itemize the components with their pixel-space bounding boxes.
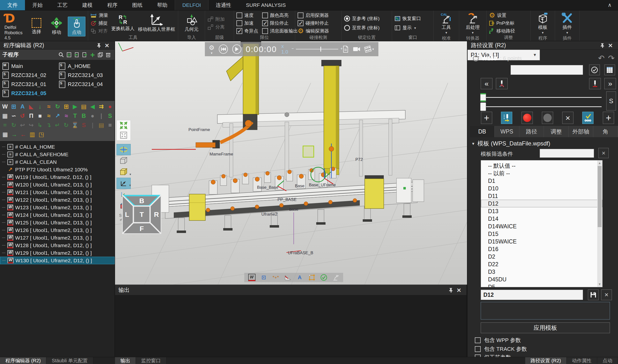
to-reference-radio-circle[interactable]	[344, 16, 350, 22]
subprogram-item[interactable]: M Main	[1, 62, 58, 71]
toolbar-icon[interactable]: ≈	[45, 112, 52, 119]
singularity-checkbox[interactable]: 奇异点	[236, 28, 258, 34]
bottom-tab[interactable]: 动作属性	[567, 357, 597, 364]
toolbar-icon[interactable]: T	[71, 112, 79, 119]
path-points-tool[interactable]: °∘°	[272, 274, 279, 281]
template-list-item[interactable]: D12	[481, 200, 602, 207]
collision-stop-checkbox-box[interactable]	[298, 20, 303, 26]
template-list-item[interactable]: D15	[481, 230, 602, 238]
move-robot-to-point-button[interactable]	[501, 112, 512, 124]
template-list-item[interactable]: D10	[481, 184, 602, 192]
bottom-tab[interactable]: 监控窗口	[136, 357, 166, 364]
toolbar-icon[interactable]: ⊞	[63, 103, 70, 110]
toolbar-icon[interactable]: |	[98, 112, 105, 119]
menu-item[interactable]: 文件	[0, 0, 25, 10]
scrollbar-thumb[interactable]	[598, 166, 602, 227]
pin-icon[interactable]	[95, 42, 103, 49]
toolbar-icon[interactable]: ⊞	[10, 103, 17, 110]
toolbar-icon[interactable]: ⇉	[98, 103, 105, 110]
menu-item[interactable]: 帮助	[150, 0, 175, 10]
toolbar-icon[interactable]: ↵	[54, 121, 61, 129]
template-list-item[interactable]: D3	[481, 268, 602, 275]
to-reference-radio[interactable]: 至参考 (坐标)	[344, 15, 380, 22]
process-params-only-checkbox-box[interactable]	[475, 354, 481, 357]
menu-item[interactable]: 连通性	[208, 0, 239, 10]
toolbar-icon[interactable]: ▤	[80, 103, 87, 110]
close-icon[interactable]: ×	[455, 287, 463, 294]
toolbar-icon[interactable]: ∽	[10, 112, 17, 119]
wireframe-cube-tool[interactable]	[116, 155, 131, 167]
toolbar-icon[interactable]: ≡	[107, 121, 114, 129]
to-world-radio-circle[interactable]	[344, 25, 350, 31]
check-reachability-tool[interactable]	[320, 274, 328, 281]
menu-item[interactable]: 程序	[100, 0, 125, 10]
template-section-header[interactable]: ▼ 模板 (WPS_DataFile.wpsdf)	[471, 140, 550, 147]
toolbar-icon[interactable]: ↴	[45, 121, 52, 129]
speed-slider-handle[interactable]	[320, 47, 321, 52]
template-name-input[interactable]	[481, 290, 583, 300]
slope-tool[interactable]	[284, 274, 291, 281]
confirm-button[interactable]	[589, 65, 600, 75]
subprogram-item[interactable]: S R2ZC3214_02	[1, 71, 58, 80]
export-program-icon[interactable]	[81, 51, 89, 58]
pin-icon[interactable]	[446, 287, 455, 294]
statement-row[interactable]: W121 [ Utool1, Uframe2, D13, () ]	[0, 188, 115, 196]
bottom-tab[interactable]: 点动	[597, 357, 618, 364]
template-list-item[interactable]: D2	[481, 253, 602, 260]
plugin-button[interactable]: 插件▼	[559, 12, 576, 35]
select-frame-tool[interactable]	[308, 274, 316, 281]
frame-tool[interactable]: ⊡	[260, 274, 268, 281]
menu-item[interactable]: 建模	[75, 0, 100, 10]
toolbar-icon[interactable]: ↗	[54, 112, 61, 119]
subprogram-item[interactable]: S A_HOME	[58, 62, 115, 71]
3d-viewport[interactable]: PointFrameMameFrameP72Base_BaseBaseBase_…	[115, 41, 467, 285]
navigation-cube[interactable]: B L T R F	[122, 195, 161, 234]
detach-button[interactable]: 分离	[207, 24, 225, 30]
template-list-item[interactable]: -- 默认值 --	[481, 162, 602, 169]
scroll-down-icon[interactable]: ▼	[597, 282, 602, 287]
template-list-item[interactable]: D14WAICE	[481, 222, 602, 230]
toolbar-icon[interactable]: ■	[37, 112, 43, 119]
bottom-tab[interactable]: 路径设置 (R2)	[525, 357, 567, 364]
toolbar-icon[interactable]: ↻	[63, 121, 70, 129]
statement-row[interactable]: PTP P72 Utool1 Uframe2 100%	[0, 166, 115, 173]
next-point-button[interactable]: »	[604, 78, 616, 89]
play-button[interactable]	[232, 44, 241, 54]
bottom-tab[interactable]: Stäubli 单元配置	[46, 357, 93, 364]
delete-point-button[interactable]: ×	[562, 112, 574, 124]
highlight-checkbox-box[interactable]	[262, 13, 268, 18]
fit-view-icon[interactable]	[120, 122, 127, 129]
add-subprogram-icon[interactable]: +	[89, 51, 96, 58]
rewind-button[interactable]	[219, 44, 228, 54]
close-icon[interactable]: ×	[606, 42, 615, 49]
menu-item[interactable]: 图纸	[125, 0, 150, 10]
move-robot-world-frame-button[interactable]: 移动机器人世界框	[137, 13, 176, 33]
menu-item[interactable]: 开始	[25, 0, 50, 10]
add-point-after-button[interactable]: +	[603, 112, 614, 124]
statement-row[interactable]: W124 [ Utool1, Uframe2, D13, () ]	[0, 211, 115, 219]
menu-item[interactable]: SURF ANALYSIS	[239, 0, 293, 10]
accel-checkbox[interactable]: 加速	[236, 20, 258, 26]
restore-window-button[interactable]: 恢复窗口	[395, 15, 421, 22]
statement-row[interactable]: W125 [ Utool1, Uframe2, D13, () ]	[0, 219, 115, 226]
point-position-slider[interactable]	[480, 106, 602, 107]
toolbar-icon[interactable]: B	[80, 112, 87, 119]
menu-item[interactable]: DELFOI	[175, 0, 208, 10]
jog-button[interactable]: 点动	[68, 17, 85, 36]
template-list-item[interactable]: D1	[481, 177, 602, 184]
menu-item[interactable]: 工艺	[50, 0, 75, 10]
point-comment-input[interactable]	[510, 65, 583, 75]
statement-row[interactable]: W126 [ Utool1, Uframe2, D13, () ]	[0, 226, 115, 234]
playback-settings-button[interactable]: ⚙▼	[209, 44, 214, 54]
settings-tab[interactable]: 外部轴	[569, 126, 593, 137]
toolbar-icon[interactable]: ←	[20, 131, 27, 138]
template-button[interactable]: 模板▼	[534, 12, 552, 35]
measure-button[interactable]: 测量	[91, 12, 108, 19]
toolbar-icon[interactable]: ◳	[38, 131, 45, 138]
measure-ellipse-tool[interactable]	[116, 144, 131, 155]
checklist-icon[interactable]	[65, 51, 73, 58]
settings-tab[interactable]: DB	[470, 126, 495, 137]
msg-output-checkbox-box[interactable]	[262, 28, 268, 34]
toolbar-icon[interactable]: ◣	[28, 103, 35, 110]
template-list-item[interactable]: D13	[481, 207, 602, 215]
